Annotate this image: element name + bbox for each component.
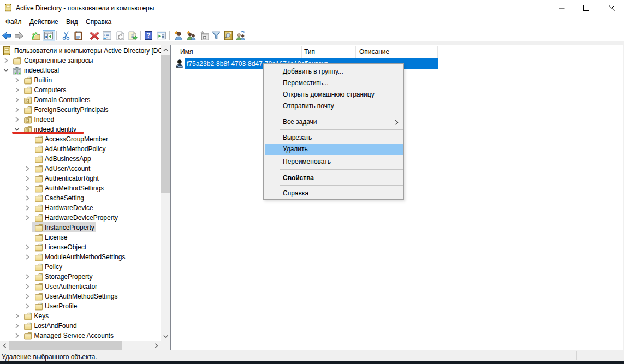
svg-text:?: ? — [146, 32, 150, 39]
